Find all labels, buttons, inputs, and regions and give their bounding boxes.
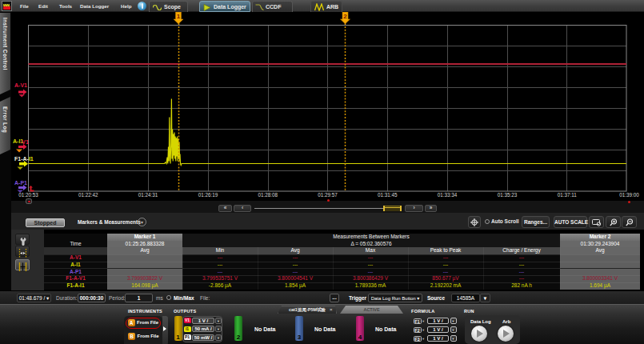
- svg-text:01:20:53: 01:20:53: [18, 192, 38, 198]
- svg-text:01:35:23: 01:35:23: [498, 192, 518, 198]
- svg-text:1: 1: [177, 13, 181, 20]
- svg-text:01:31:45: 01:31:45: [378, 192, 398, 198]
- svg-text:01:37:11: 01:37:11: [558, 192, 578, 198]
- svg-text:01:24:31: 01:24:31: [138, 192, 158, 198]
- svg-text:2: 2: [343, 13, 347, 20]
- svg-text:01:29:57: 01:29:57: [318, 192, 338, 198]
- svg-text:01:26:19: 01:26:19: [198, 192, 218, 198]
- svg-text:A-V1: A-V1: [14, 82, 27, 88]
- svg-text:01:39:00: 01:39:00: [619, 192, 639, 198]
- svg-text:F1-A-I1: F1-A-I1: [14, 156, 34, 162]
- svg-text:A-P1: A-P1: [14, 180, 27, 186]
- svg-text:01:22:42: 01:22:42: [78, 192, 98, 198]
- svg-text:01:28:08: 01:28:08: [258, 192, 278, 198]
- svg-text:01:33:34: 01:33:34: [438, 192, 458, 198]
- svg-text:-V1: -V1: [20, 139, 29, 145]
